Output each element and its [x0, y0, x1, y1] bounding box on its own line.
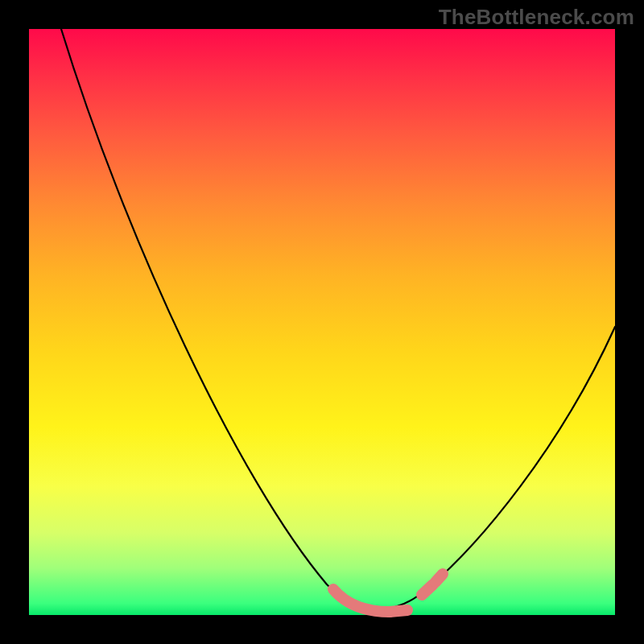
watermark-text: TheBottleneck.com	[439, 5, 634, 30]
bottleneck-curve	[61, 29, 615, 609]
optimum-band	[333, 574, 443, 612]
chart-frame: TheBottleneck.com	[0, 0, 644, 644]
curve-svg	[29, 29, 615, 615]
plot-area	[29, 29, 615, 615]
